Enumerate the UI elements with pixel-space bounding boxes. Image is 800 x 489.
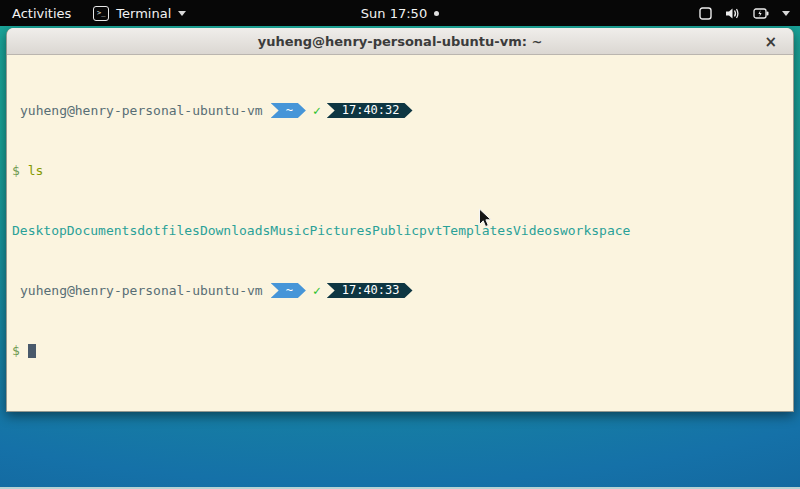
window-title: yuheng@henry-personal-ubuntu-vm: ~ — [258, 34, 543, 49]
terminal-window: yuheng@henry-personal-ubuntu-vm: ~ × yuh… — [6, 28, 794, 412]
text-cursor — [28, 344, 36, 358]
prompt-time-segment: 17:40:32 — [327, 103, 413, 118]
top-bar: Activities >_ Terminal Sun 17:50 — [0, 0, 800, 26]
prompt-time-segment: 17:40:33 — [327, 283, 413, 298]
ls-output-line: Desktop Documents dotfiles Downloads Mus… — [12, 223, 788, 238]
app-menu-label: Terminal — [116, 6, 171, 21]
battery-charging-icon — [753, 7, 769, 20]
chevron-down-icon — [178, 11, 186, 16]
prompt-user-host: yuheng@henry-personal-ubuntu-vm — [20, 283, 263, 298]
directory-name: Pictures — [309, 223, 372, 238]
chevron-down-icon — [782, 11, 790, 16]
directory-name: Desktop — [12, 223, 67, 238]
directory-name: Public — [372, 223, 419, 238]
volume-icon — [725, 7, 740, 20]
prompt-user-host: yuheng@henry-personal-ubuntu-vm — [20, 103, 263, 118]
directory-name: dotfiles — [137, 223, 200, 238]
directory-name: Videos — [513, 223, 560, 238]
prompt-line: yuheng@henry-personal-ubuntu-vm~✓17:40:3… — [12, 103, 788, 118]
close-button[interactable]: × — [760, 28, 781, 55]
directory-name: workspace — [560, 223, 630, 238]
system-status-area[interactable] — [699, 0, 800, 26]
command-line-current[interactable]: $ — [12, 343, 788, 358]
prompt-symbol: $ — [12, 163, 20, 178]
directory-name: Downloads — [200, 223, 270, 238]
mouse-cursor — [478, 208, 493, 229]
screen-icon — [699, 7, 712, 20]
command-line: $ ls — [12, 163, 788, 178]
notification-dot-icon — [434, 11, 439, 16]
app-menu-terminal[interactable]: >_ Terminal — [83, 0, 196, 26]
prompt-status-check: ✓ — [313, 103, 321, 118]
prompt-status-check: ✓ — [313, 283, 321, 298]
prompt-line: yuheng@henry-personal-ubuntu-vm~✓17:40:3… — [12, 283, 788, 298]
prompt-symbol: $ — [12, 343, 20, 358]
prompt-cwd-segment: ~ — [271, 103, 306, 118]
command-text: ls — [28, 163, 44, 178]
activities-button[interactable]: Activities — [0, 0, 83, 26]
directory-name: Music — [270, 223, 309, 238]
terminal-content[interactable]: yuheng@henry-personal-ubuntu-vm~✓17:40:3… — [7, 55, 793, 411]
directory-name: pvt — [419, 223, 442, 238]
clock[interactable]: Sun 17:50 — [361, 6, 427, 21]
window-titlebar[interactable]: yuheng@henry-personal-ubuntu-vm: ~ × — [7, 28, 793, 55]
terminal-icon: >_ — [93, 6, 109, 21]
prompt-cwd-segment: ~ — [271, 283, 306, 298]
directory-name: Documents — [67, 223, 137, 238]
